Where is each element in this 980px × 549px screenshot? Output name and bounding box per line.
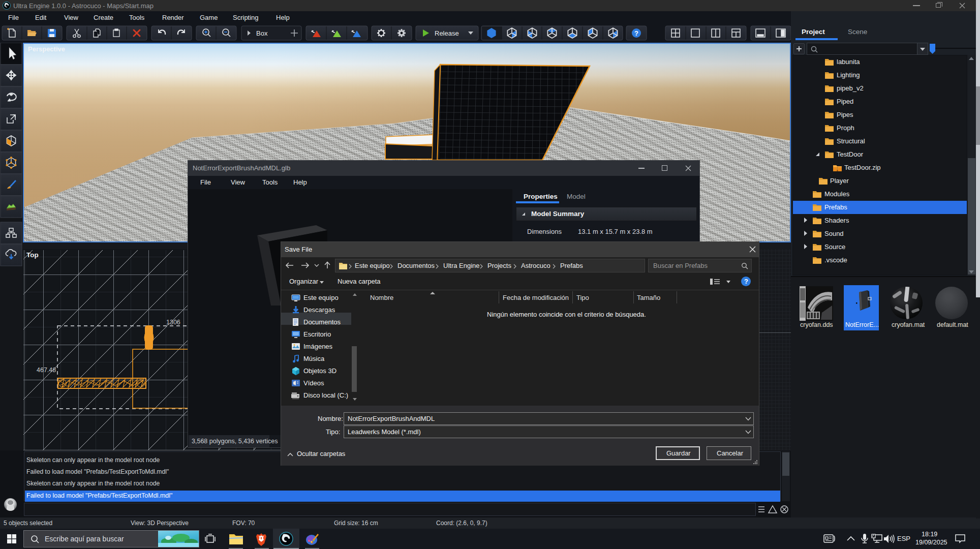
- svg-text:Top: Top: [26, 251, 39, 259]
- svg-text:1306: 1306: [166, 319, 180, 326]
- svg-text:Release: Release: [435, 29, 459, 37]
- svg-text:?: ?: [634, 29, 638, 37]
- svg-text:467.48: 467.48: [37, 367, 56, 374]
- svg-text:Box: Box: [256, 29, 268, 37]
